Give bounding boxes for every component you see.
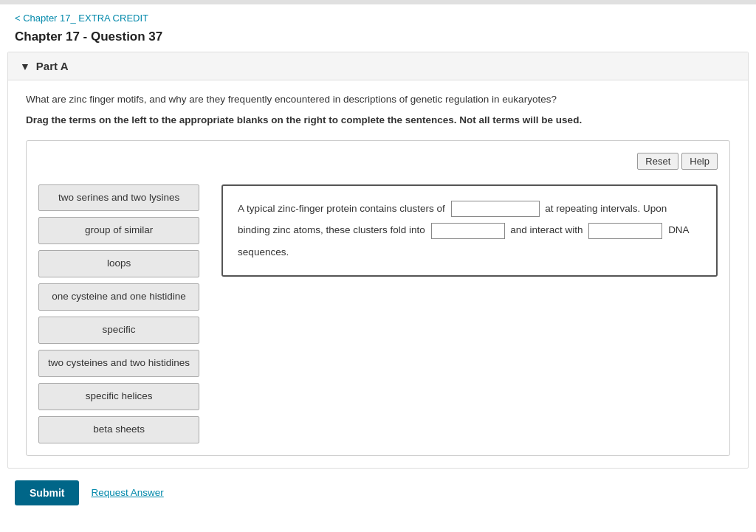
term-loops[interactable]: loops xyxy=(38,250,199,277)
terms-list: two serines and two lysines group of sim… xyxy=(38,184,199,443)
part-header[interactable]: ▼ Part A xyxy=(8,52,748,80)
instruction-text: Drag the terms on the left to the approp… xyxy=(26,113,730,128)
blank-3[interactable] xyxy=(588,223,662,239)
bottom-actions: Submit Request Answer xyxy=(0,469,756,517)
sentence-part3: and interact with xyxy=(510,224,583,235)
breadcrumb-link[interactable]: < Chapter 17_ EXTRA CREDIT xyxy=(15,13,148,24)
collapse-arrow-icon: ▼ xyxy=(20,61,30,72)
term-specific-helices[interactable]: specific helices xyxy=(38,383,199,410)
submit-button[interactable]: Submit xyxy=(15,480,79,505)
term-group-similar[interactable]: group of similar xyxy=(38,217,199,244)
blank-1[interactable] xyxy=(451,201,540,217)
request-answer-link[interactable]: Request Answer xyxy=(91,487,163,498)
term-specific[interactable]: specific xyxy=(38,317,199,344)
breadcrumb[interactable]: < Chapter 17_ EXTRA CREDIT xyxy=(0,4,756,27)
sentence-area: A typical zinc-finger protein contains c… xyxy=(221,184,718,277)
content-area: two serines and two lysines group of sim… xyxy=(38,184,718,443)
reset-button[interactable]: Reset xyxy=(637,153,678,170)
blank-2[interactable] xyxy=(431,223,505,239)
toolbar: Reset Help xyxy=(38,153,718,170)
term-two-cysteines[interactable]: two cysteines and two histidines xyxy=(38,350,199,377)
drag-drop-container: Reset Help two serines and two lysines g… xyxy=(26,140,730,456)
term-beta-sheets[interactable]: beta sheets xyxy=(38,416,199,443)
term-two-serines[interactable]: two serines and two lysines xyxy=(38,184,199,212)
question-text: What are zinc finger motifs, and why are… xyxy=(26,92,730,107)
part-body: What are zinc finger motifs, and why are… xyxy=(8,80,748,468)
help-button[interactable]: Help xyxy=(681,153,718,170)
page-title: Chapter 17 - Question 37 xyxy=(0,27,756,52)
sentence-part1: A typical zinc-finger protein contains c… xyxy=(238,203,445,214)
part-section: ▼ Part A What are zinc finger motifs, an… xyxy=(7,52,749,469)
part-label: Part A xyxy=(36,60,69,72)
term-one-cysteine[interactable]: one cysteine and one histidine xyxy=(38,283,199,311)
